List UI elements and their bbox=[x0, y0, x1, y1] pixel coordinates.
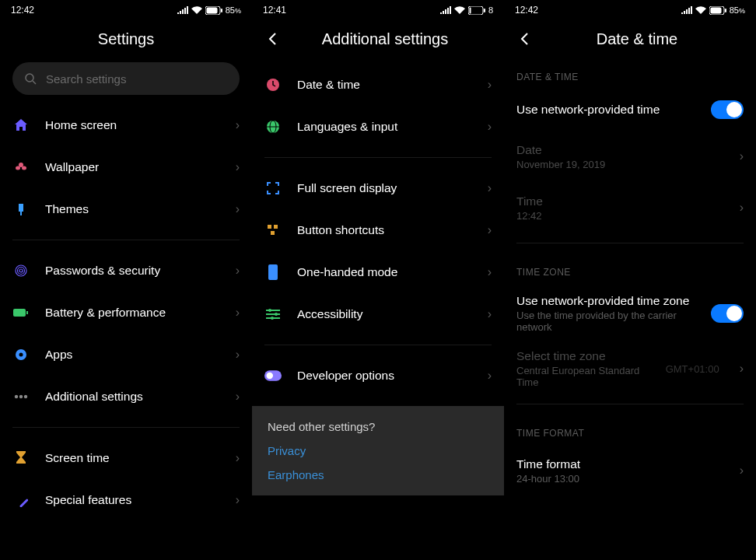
setting-row-wallpaper[interactable]: Wallpaper › bbox=[0, 146, 252, 188]
chevron-right-icon: › bbox=[236, 202, 240, 216]
search-icon bbox=[25, 73, 37, 85]
svg-rect-20 bbox=[19, 499, 28, 507]
signal-icon bbox=[681, 6, 692, 14]
row-label: Screen time bbox=[45, 451, 220, 465]
setting-row-languages-input[interactable]: Languages & input › bbox=[252, 106, 504, 148]
svg-point-12 bbox=[19, 269, 23, 272]
chevron-right-icon: › bbox=[740, 201, 744, 215]
row-label: Additional settings bbox=[45, 390, 220, 404]
link-privacy[interactable]: Privacy bbox=[268, 444, 488, 457]
chevron-right-icon: › bbox=[488, 120, 492, 134]
battery-icon bbox=[205, 6, 222, 15]
svg-point-19 bbox=[24, 395, 27, 398]
setting-row-themes[interactable]: Themes › bbox=[0, 188, 252, 230]
chevron-right-icon: › bbox=[236, 493, 240, 507]
svg-point-7 bbox=[22, 166, 26, 170]
svg-point-35 bbox=[275, 313, 278, 316]
wifi-icon bbox=[454, 6, 465, 14]
settings-list: Home screen › Wallpaper › Themes › Passw… bbox=[0, 104, 252, 560]
svg-rect-28 bbox=[268, 225, 271, 229]
sub-label: November 19, 2019 bbox=[516, 159, 724, 170]
chevron-left-icon bbox=[268, 33, 276, 45]
label: Use network-provided time zone bbox=[516, 294, 695, 308]
additional-settings-screen: 12:41 8 Additional settings Date & time … bbox=[252, 0, 504, 560]
dots-icon bbox=[12, 388, 30, 405]
setting-row-button-shortcuts[interactable]: Button shortcuts › bbox=[252, 209, 504, 251]
settings-screen: 12:42 85% Settings Search settings Home … bbox=[0, 0, 252, 560]
svg-point-33 bbox=[268, 309, 271, 312]
setting-row-accessibility[interactable]: Accessibility › bbox=[252, 293, 504, 335]
chevron-right-icon: › bbox=[488, 181, 492, 195]
svg-rect-8 bbox=[19, 204, 23, 212]
divider bbox=[264, 345, 492, 345]
svg-point-18 bbox=[19, 395, 23, 398]
wifi-icon bbox=[191, 6, 202, 14]
search-input[interactable]: Search settings bbox=[12, 62, 240, 95]
other-settings-question: Need other settings? bbox=[268, 420, 488, 433]
svg-rect-22 bbox=[469, 7, 471, 13]
row-label: Passwords & security bbox=[45, 264, 220, 278]
label: Time bbox=[516, 194, 724, 208]
wifi-icon bbox=[695, 6, 706, 14]
svg-point-16 bbox=[19, 353, 23, 357]
setting-row-home-screen[interactable]: Home screen › bbox=[0, 104, 252, 146]
hourglass-icon bbox=[12, 450, 30, 467]
setting-row-apps[interactable]: Apps › bbox=[0, 334, 252, 376]
row-label: Languages & input bbox=[297, 120, 472, 134]
row-label: Full screen display bbox=[297, 181, 472, 195]
divider bbox=[516, 404, 744, 404]
svg-rect-13 bbox=[13, 309, 26, 317]
svg-line-4 bbox=[33, 81, 36, 84]
settings-list: Date & time › Languages & input › Full s… bbox=[252, 58, 504, 560]
chevron-right-icon: › bbox=[236, 118, 240, 132]
row-label: Battery & performance bbox=[45, 306, 220, 320]
row-time-format[interactable]: Time format 24-hour 13:00 › bbox=[504, 445, 756, 496]
setting-row-date-time[interactable]: Date & time › bbox=[252, 64, 504, 106]
status-bar: 12:42 85% bbox=[0, 0, 252, 20]
row-label: Accessibility bbox=[297, 307, 472, 321]
dev-toggle-icon bbox=[264, 367, 282, 384]
chevron-right-icon: › bbox=[488, 78, 492, 92]
battery-icon bbox=[12, 304, 30, 321]
label: Date bbox=[516, 143, 724, 157]
settings-list: DATE & TIME Use network-provided time Da… bbox=[504, 58, 756, 560]
setting-row-additional-settings[interactable]: Additional settings › bbox=[0, 376, 252, 418]
svg-point-39 bbox=[267, 373, 273, 379]
globe-icon bbox=[264, 118, 282, 135]
chevron-right-icon: › bbox=[488, 223, 492, 237]
svg-rect-30 bbox=[271, 231, 275, 235]
sub-label: 12:42 bbox=[516, 210, 724, 222]
setting-row-developer-options[interactable]: Developer options › bbox=[252, 355, 504, 397]
chevron-right-icon: › bbox=[740, 464, 744, 478]
setting-row-full-screen-display[interactable]: Full screen display › bbox=[252, 167, 504, 209]
chevron-right-icon: › bbox=[740, 362, 744, 376]
status-time: 12:42 bbox=[515, 5, 538, 16]
signal-icon bbox=[177, 6, 188, 14]
label: Use network-provided time bbox=[516, 103, 695, 117]
page-title: Date & time bbox=[546, 30, 728, 48]
row-time: Time 12:42 › bbox=[504, 182, 756, 233]
row-use-network-tz[interactable]: Use network-provided time zone Use the t… bbox=[504, 284, 756, 343]
setting-row-battery-performance[interactable]: Battery & performance › bbox=[0, 292, 252, 334]
setting-row-one-handed-mode[interactable]: One-handed mode › bbox=[252, 251, 504, 293]
sub-label: Use the time provided by the carrier net… bbox=[516, 310, 695, 333]
battery-percent: 85% bbox=[730, 5, 745, 15]
row-label: Home screen bbox=[45, 118, 220, 132]
setting-row-special-features[interactable]: Special features › bbox=[0, 479, 252, 521]
back-button[interactable] bbox=[264, 31, 280, 47]
chevron-right-icon: › bbox=[236, 390, 240, 404]
toggle-network-tz[interactable] bbox=[711, 304, 744, 323]
clock-icon bbox=[264, 76, 282, 93]
toggle-network-time[interactable] bbox=[711, 100, 744, 119]
search-placeholder: Search settings bbox=[46, 72, 126, 86]
row-label: One-handed mode bbox=[297, 265, 472, 279]
svg-rect-31 bbox=[268, 264, 278, 280]
back-button[interactable] bbox=[516, 31, 532, 47]
setting-row-screen-time[interactable]: Screen time › bbox=[0, 437, 252, 479]
svg-point-11 bbox=[18, 268, 25, 275]
row-label: Themes bbox=[45, 202, 220, 216]
link-earphones[interactable]: Earphones bbox=[268, 468, 488, 481]
battery-icon bbox=[709, 6, 726, 15]
row-use-network-time[interactable]: Use network-provided time bbox=[504, 89, 756, 131]
setting-row-passwords-security[interactable]: Passwords & security › bbox=[0, 250, 252, 292]
